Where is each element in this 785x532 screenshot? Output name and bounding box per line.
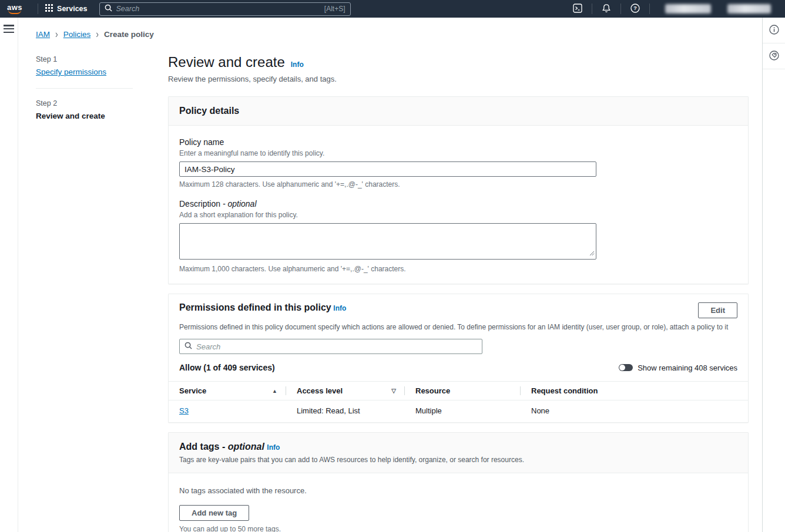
step1-label: Step 1 — [36, 55, 168, 63]
page-title: Review and create — [168, 54, 285, 70]
permissions-description: Permissions defined in this policy docum… — [169, 318, 748, 331]
permissions-search-box[interactable] — [179, 339, 482, 354]
services-label: Services — [57, 5, 87, 13]
policy-details-card: Policy details Policy name Enter a meani… — [168, 96, 749, 284]
services-grid-icon — [45, 4, 53, 14]
permissions-table: Service ▲ Access level ▽ — [169, 381, 748, 422]
sort-ascending-icon[interactable]: ▲ — [272, 388, 277, 394]
nav-divider — [592, 4, 592, 14]
pricing-panel-button[interactable] — [763, 43, 785, 69]
breadcrumb-separator-icon: › — [96, 28, 99, 41]
cloudshell-terminal-icon — [573, 4, 582, 15]
side-menu-hamburger-button[interactable] — [4, 25, 14, 33]
aws-smile-icon — [8, 10, 21, 14]
access-level-cell: Limited: Read, List — [286, 400, 405, 423]
tags-limit-note: You can add up to 50 more tags. — [179, 525, 737, 532]
service-column-header[interactable]: Service ▲ — [169, 382, 286, 400]
redacted-region-name — [665, 4, 711, 14]
notifications-button[interactable] — [599, 4, 613, 15]
permissions-search-input[interactable] — [196, 342, 477, 351]
description-label: Description - optional — [179, 199, 737, 208]
add-tags-optional-suffix: - optional — [222, 442, 264, 452]
search-icon — [105, 4, 112, 14]
show-remaining-toggle[interactable] — [619, 364, 633, 371]
resource-cell: Multiple — [405, 400, 521, 423]
nav-divider — [649, 4, 650, 14]
request-condition-cell: None — [521, 400, 748, 423]
permissions-info-link[interactable]: Info — [333, 304, 346, 312]
breadcrumb-separator-icon: › — [55, 28, 58, 41]
description-constraint: Maximum 1,000 characters. Use alphanumer… — [179, 265, 737, 273]
content-sheet: IAM › Policies › Create policy Step 1 Sp… — [18, 18, 762, 532]
add-tags-title: Add tags - optional — [179, 442, 267, 452]
breadcrumb: IAM › Policies › Create policy — [36, 29, 762, 39]
services-menu[interactable]: Services — [45, 4, 87, 14]
top-navigation-bar: aws Services [Alt+S] — [0, 0, 785, 18]
show-remaining-toggle-label: Show remaining 408 services — [638, 363, 737, 372]
show-remaining-toggle-group[interactable]: Show remaining 408 services — [619, 363, 737, 372]
info-panel-button[interactable] — [763, 18, 785, 43]
help-button[interactable]: ? — [628, 4, 642, 15]
aws-logo[interactable]: aws — [7, 4, 22, 14]
request-condition-column-header: Request condition — [521, 382, 748, 400]
bell-icon — [602, 4, 611, 15]
policy-name-help: Enter a meaningful name to identify this… — [179, 149, 737, 157]
breadcrumb-iam-link[interactable]: IAM — [36, 30, 50, 39]
description-textarea[interactable] — [179, 223, 596, 260]
step1-specify-permissions-link[interactable]: Specify permissions — [36, 68, 106, 76]
allow-services-count: Allow (1 of 409 services) — [179, 363, 275, 372]
cloudshell-button[interactable] — [571, 4, 585, 15]
resource-column-header: Resource — [405, 382, 521, 400]
steps-divider — [36, 88, 133, 89]
policy-name-label: Policy name — [179, 137, 737, 147]
nav-divider — [620, 4, 621, 14]
region-menu[interactable] — [657, 4, 719, 14]
page-subtitle: Review the permissions, specify details,… — [168, 75, 749, 83]
breadcrumb-policies-link[interactable]: Policies — [63, 30, 91, 39]
add-tags-info-link[interactable]: Info — [267, 443, 280, 452]
description-help: Add a short explanation for this policy. — [179, 211, 737, 219]
breadcrumb-current-page: Create policy — [104, 30, 154, 39]
account-menu[interactable] — [719, 4, 779, 14]
service-s3-link[interactable]: S3 — [179, 406, 189, 415]
svg-text:?: ? — [633, 5, 637, 11]
policy-details-title: Policy details — [179, 106, 239, 116]
pricing-tag-icon — [769, 50, 779, 62]
add-tags-description: Tags are key-value pairs that you can ad… — [179, 456, 737, 464]
sort-filter-icon[interactable]: ▽ — [391, 388, 396, 394]
step2-label: Step 2 — [36, 99, 168, 107]
step2-review-and-create: Review and create — [36, 112, 168, 120]
right-tools-panel — [762, 18, 785, 532]
add-tags-card: Add tags - optional Info Tags are key-va… — [168, 432, 749, 532]
global-search-input[interactable] — [116, 5, 324, 13]
help-question-icon: ? — [630, 4, 640, 15]
aws-logo-text: aws — [7, 4, 22, 11]
no-tags-message: No tags associated with the resource. — [179, 486, 737, 495]
table-row: S3 Limited: Read, List Multiple None — [169, 400, 748, 423]
edit-permissions-button[interactable]: Edit — [698, 302, 737, 318]
description-optional-suffix: - optional — [223, 199, 257, 208]
wizard-steps-sidebar: Step 1 Specify permissions Step 2 Review… — [36, 48, 168, 532]
policy-name-constraint: Maximum 128 characters. Use alphanumeric… — [179, 180, 737, 188]
info-circle-icon — [769, 25, 779, 36]
search-shortcut-hint: [Alt+S] — [324, 5, 345, 13]
page-title-info-link[interactable]: Info — [291, 60, 304, 69]
policy-name-input[interactable] — [179, 161, 596, 177]
nav-divider — [38, 4, 38, 14]
search-icon — [184, 342, 192, 351]
add-new-tag-button[interactable]: Add new tag — [179, 505, 249, 521]
access-level-column-header[interactable]: Access level ▽ — [286, 382, 405, 400]
redacted-account-name — [727, 4, 771, 14]
global-search-box[interactable]: [Alt+S] — [99, 2, 351, 16]
left-rail — [0, 18, 18, 532]
permissions-card: Permissions defined in this policy Info … — [168, 294, 749, 423]
permissions-title: Permissions defined in this policy — [179, 302, 331, 312]
